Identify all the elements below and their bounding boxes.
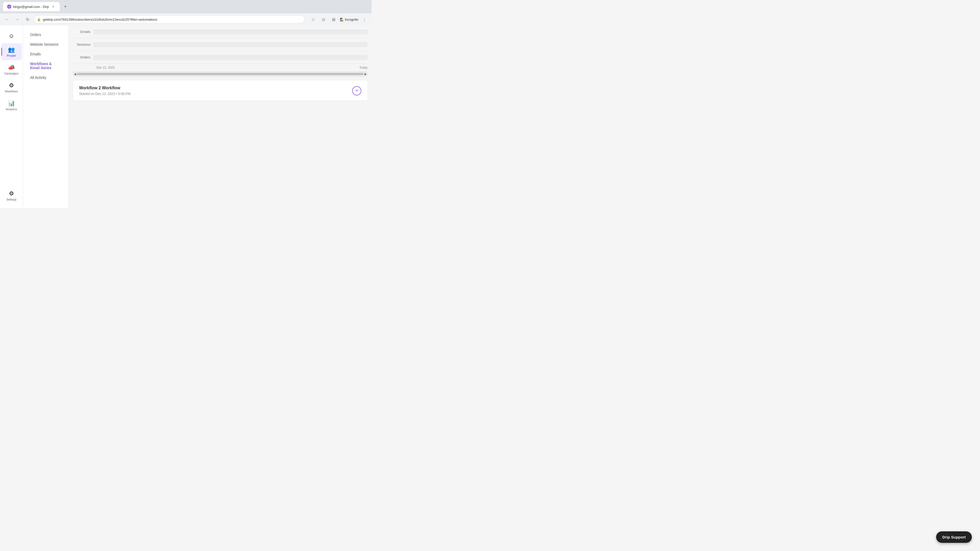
reload-button[interactable]: ↻ <box>24 15 32 24</box>
scroll-right-arrow[interactable]: ▶ <box>364 73 366 76</box>
incognito-icon: 🕵 <box>340 17 344 21</box>
sub-nav-workflows-email-series[interactable]: Workflows & Email Series <box>25 59 67 73</box>
chart-date-end: Today <box>360 66 368 69</box>
chart-date-start: Dec 12, 2023 <box>97 66 115 69</box>
people-icon: 👥 <box>8 46 15 53</box>
chart-bar-emails <box>94 29 368 35</box>
app-container: ☺ 👥 People 📣 Campaigns ⚙ Workflows 📊 Ana… <box>0 25 372 208</box>
sidebar-logo: ☺ <box>1 30 22 42</box>
lock-icon: 🔒 <box>37 17 41 21</box>
main-content: Emails Sessions Orders Dec 12, 2023 Tod <box>69 25 372 208</box>
sidebar-item-campaigns[interactable]: 📣 Campaigns <box>1 61 22 78</box>
sidebar-item-workflows[interactable]: ⚙ Workflows <box>1 79 22 96</box>
workflow-info: Workflow 2 Workflow Started on Dec 12, 2… <box>79 86 130 96</box>
sub-nav-all-activity[interactable]: All Activity <box>25 73 67 82</box>
chart-dates: Dec 12, 2023 Today <box>73 64 368 71</box>
workflow-title: Workflow 2 Workflow <box>79 86 130 90</box>
chart-bar-orders <box>94 55 368 60</box>
scroll-left-btn[interactable]: ◀ <box>1 208 6 208</box>
timeline-scrollbar[interactable]: ◀ ▶ <box>73 71 368 76</box>
drip-logo-icon: ☺ <box>8 33 14 39</box>
chart-label-sessions: Sessions <box>73 43 94 46</box>
browser-navbar: ← → ↻ 🔒 getdrip.com/7641396/subscribers/… <box>0 13 372 25</box>
tab-favicon: d <box>7 5 11 9</box>
sidebar-item-settings[interactable]: ⚙ Settings <box>1 187 22 204</box>
chart-label-emails: Emails <box>73 30 94 34</box>
profile-button[interactable]: ⊙ <box>319 15 328 24</box>
incognito-label: Incognito <box>345 17 358 21</box>
tab-close-button[interactable]: × <box>51 4 56 9</box>
workflow-meta: Started on Dec 12, 2023 • 5:56 PM <box>79 92 130 96</box>
workflow-add-button[interactable]: + <box>352 86 361 95</box>
chart-row-sessions: Sessions <box>73 38 368 51</box>
workflows-icon: ⚙ <box>9 82 14 89</box>
settings-icon: ⚙ <box>9 190 14 197</box>
sub-sidebar: Orders Website Sessions Emails Workflows… <box>23 25 69 208</box>
sidebar-item-analytics[interactable]: 📊 Analytics <box>1 97 22 114</box>
chart-label-orders: Orders <box>73 56 94 59</box>
sub-nav-orders[interactable]: Orders <box>25 30 67 39</box>
workflow-section: Workflow 2 Workflow Started on Dec 12, 2… <box>69 76 372 208</box>
bookmark-button[interactable]: ☆ <box>309 15 317 24</box>
chart-row-orders: Orders <box>73 51 368 64</box>
scroll-left-arrow[interactable]: ◀ <box>74 73 76 76</box>
browser-tab[interactable]: d bingo@gmail.com - Drip × <box>3 2 60 11</box>
campaigns-icon: 📣 <box>8 64 15 71</box>
forward-button[interactable]: → <box>13 15 21 24</box>
tab-title: bingo@gmail.com - Drip <box>13 5 49 9</box>
incognito-badge: 🕵 Incognito <box>340 17 358 21</box>
chart-bar-sessions <box>94 42 368 47</box>
sidebar-item-analytics-label: Analytics <box>6 108 17 111</box>
address-bar[interactable]: 🔒 getdrip.com/7641396/subscribers/x31t6x… <box>34 15 305 24</box>
sub-nav-website-sessions[interactable]: Website Sessions <box>25 40 67 49</box>
menu-button[interactable]: ⋮ <box>360 15 369 24</box>
browser-chrome: d bingo@gmail.com - Drip × + ← → ↻ 🔒 get… <box>0 0 372 25</box>
icon-sidebar: ☺ 👥 People 📣 Campaigns ⚙ Workflows 📊 Ana… <box>0 25 23 208</box>
extensions-button[interactable]: ⊞ <box>329 15 338 24</box>
workflow-card: Workflow 2 Workflow Started on Dec 12, 2… <box>73 81 368 101</box>
chart-row-emails: Emails <box>73 25 368 38</box>
sidebar-item-workflows-label: Workflows <box>5 90 18 93</box>
sub-nav-emails[interactable]: Emails <box>25 49 67 59</box>
sidebar-item-people-label: People <box>6 54 16 57</box>
scroll-right-btn[interactable]: ▶ <box>366 208 371 208</box>
chart-area: Emails Sessions Orders Dec 12, 2023 Tod <box>69 25 372 71</box>
sidebar-item-settings-label: Settings <box>6 198 17 201</box>
analytics-icon: 📊 <box>8 100 15 106</box>
sidebar-item-campaigns-label: Campaigns <box>4 72 19 75</box>
url-text: getdrip.com/7641396/subscribers/x31t6xtu… <box>43 17 157 21</box>
sidebar-item-people[interactable]: 👥 People <box>1 43 22 60</box>
back-button[interactable]: ← <box>3 15 11 24</box>
new-tab-button[interactable]: + <box>62 3 69 10</box>
